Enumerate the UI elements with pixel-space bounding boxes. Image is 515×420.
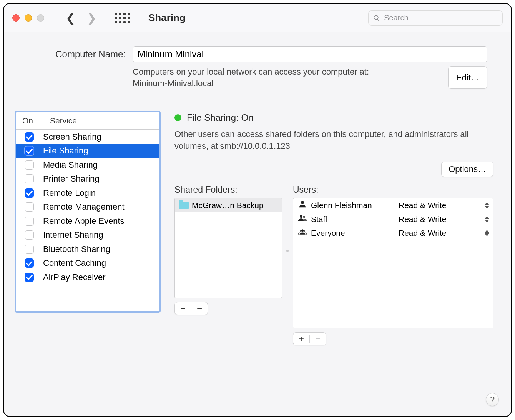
status-indicator-on-icon — [174, 114, 181, 121]
remove-user-button: − — [310, 333, 326, 345]
status-description: Other users can access shared folders on… — [174, 128, 482, 152]
service-name: Remote Management — [43, 202, 125, 212]
search-input[interactable] — [384, 13, 498, 22]
service-checkbox[interactable] — [25, 174, 34, 183]
users-add-remove: + − — [293, 332, 326, 345]
svg-point-2 — [303, 216, 305, 218]
services-header-on: On — [16, 112, 46, 129]
sharing-preferences-window: ❮ ❯ Sharing Computer Name: Computers on … — [3, 3, 512, 417]
stepper-updown-icon — [485, 217, 489, 222]
folders-add-remove: + − — [174, 302, 208, 315]
status-title: File Sharing: On — [187, 112, 253, 123]
computer-name-input[interactable] — [133, 46, 487, 62]
permission-value: Read & Write — [399, 215, 447, 224]
services-list[interactable]: On Service Screen SharingFile SharingMed… — [15, 111, 161, 313]
service-name: Media Sharing — [43, 160, 98, 170]
service-row[interactable]: File Sharing — [16, 144, 159, 158]
service-checkbox[interactable] — [25, 258, 34, 268]
user-row[interactable]: Everyone — [293, 226, 393, 240]
close-window-button[interactable] — [12, 14, 20, 22]
services-header-service: Service — [46, 112, 159, 129]
group-icon — [298, 214, 307, 224]
help-button[interactable]: ? — [486, 393, 499, 406]
computer-name-label: Computer Name: — [28, 49, 126, 60]
svg-point-0 — [301, 201, 304, 204]
service-name: Content Caching — [43, 258, 106, 268]
service-name: Remote Apple Events — [43, 216, 125, 226]
computer-name-description: Computers on your local network can acce… — [133, 66, 369, 89]
user-name: Everyone — [311, 228, 345, 238]
users-label: Users: — [293, 185, 493, 195]
svg-point-5 — [301, 230, 304, 232]
users-list[interactable]: Glenn FleishmanStaffEveryone Read & Writ… — [293, 198, 493, 328]
permission-popup[interactable]: Read & Write — [393, 226, 493, 240]
options-button[interactable]: Options… — [441, 162, 493, 177]
show-all-prefs-button[interactable] — [115, 13, 130, 23]
shared-folders-label: Shared Folders: — [174, 185, 282, 195]
svg-point-1 — [300, 215, 302, 218]
user-name: Staff — [311, 215, 327, 224]
person-icon — [298, 200, 307, 210]
folder-icon — [179, 202, 189, 209]
permission-value: Read & Write — [399, 201, 447, 210]
service-name: File Sharing — [43, 146, 88, 156]
service-row[interactable]: Remote Login — [16, 186, 159, 200]
service-checkbox[interactable] — [25, 146, 34, 155]
service-checkbox[interactable] — [25, 188, 34, 198]
service-row[interactable]: Bluetooth Sharing — [16, 242, 159, 256]
nav-arrows: ❮ ❯ — [66, 12, 96, 24]
window-title: Sharing — [148, 12, 186, 24]
shared-folders-list[interactable]: McGraw…n Backup — [174, 198, 282, 298]
folder-name: McGraw…n Backup — [192, 201, 264, 210]
group-icon — [298, 228, 307, 238]
stepper-updown-icon — [485, 230, 489, 236]
zoom-window-button[interactable] — [37, 14, 44, 22]
service-checkbox[interactable] — [25, 202, 34, 212]
search-icon — [373, 14, 380, 22]
forward-button: ❯ — [87, 12, 96, 24]
permission-value: Read & Write — [399, 228, 447, 238]
service-name: Bluetooth Sharing — [43, 244, 110, 254]
traffic-lights — [12, 14, 44, 22]
service-name: AirPlay Receiver — [43, 272, 106, 282]
column-resize-grip-icon[interactable] — [286, 250, 289, 252]
titlebar: ❮ ❯ Sharing — [4, 4, 511, 32]
folder-row[interactable]: McGraw…n Backup — [175, 198, 282, 212]
user-row[interactable]: Staff — [293, 212, 393, 226]
add-folder-button[interactable]: + — [175, 302, 191, 315]
service-row[interactable]: Remote Apple Events — [16, 214, 159, 228]
user-row[interactable]: Glenn Fleishman — [293, 198, 393, 212]
shared-folders-column: Shared Folders: McGraw…n Backup + − — [174, 185, 282, 315]
back-button[interactable]: ❮ — [66, 12, 75, 24]
services-header: On Service — [16, 112, 159, 130]
service-checkbox[interactable] — [25, 217, 34, 226]
service-row[interactable]: Screen Sharing — [16, 130, 159, 144]
service-row[interactable]: Media Sharing — [16, 158, 159, 172]
service-checkbox[interactable] — [25, 245, 34, 254]
computer-name-section: Computer Name: Computers on your local n… — [4, 32, 511, 100]
service-row[interactable]: Printer Sharing — [16, 172, 159, 186]
service-name: Internet Sharing — [43, 230, 103, 240]
minimize-window-button[interactable] — [25, 14, 32, 22]
service-row[interactable]: AirPlay Receiver — [16, 270, 159, 284]
service-detail: File Sharing: On Other users can access … — [174, 111, 493, 405]
edit-hostname-button[interactable]: Edit… — [448, 66, 487, 89]
users-column: Users: Glenn FleishmanStaffEveryone Read… — [293, 185, 493, 315]
add-user-button[interactable]: + — [293, 333, 309, 345]
main-area: On Service Screen SharingFile SharingMed… — [4, 100, 511, 416]
service-name: Screen Sharing — [43, 132, 101, 142]
service-row[interactable]: Internet Sharing — [16, 228, 159, 242]
service-checkbox[interactable] — [25, 273, 34, 282]
service-checkbox[interactable] — [25, 230, 34, 240]
service-row[interactable]: Content Caching — [16, 256, 159, 270]
search-field[interactable] — [368, 10, 503, 26]
permission-popup[interactable]: Read & Write — [393, 198, 493, 212]
remove-folder-button[interactable]: − — [191, 302, 208, 315]
service-checkbox[interactable] — [25, 132, 34, 142]
service-name: Printer Sharing — [43, 174, 100, 184]
stepper-updown-icon — [485, 203, 489, 208]
permission-popup[interactable]: Read & Write — [393, 212, 493, 226]
status-line: File Sharing: On — [174, 112, 493, 123]
service-checkbox[interactable] — [25, 160, 34, 170]
service-row[interactable]: Remote Management — [16, 200, 159, 214]
